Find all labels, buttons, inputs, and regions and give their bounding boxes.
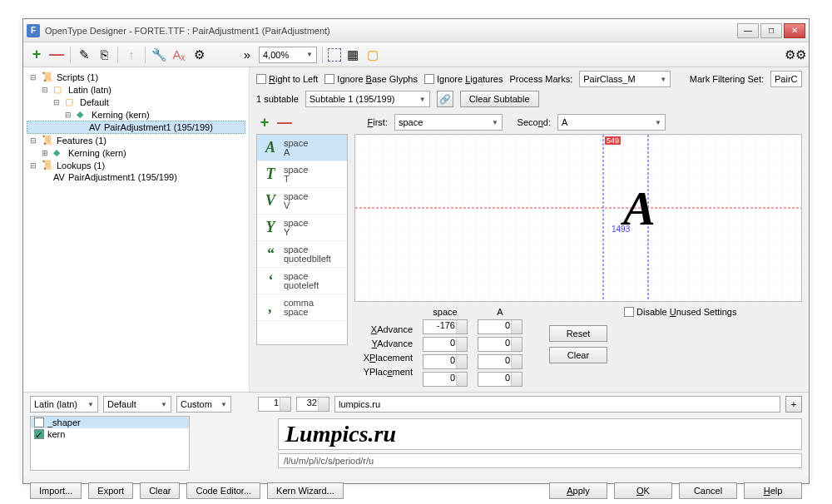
- code-editor-button[interactable]: Code Editor...: [186, 482, 260, 499]
- feature-list[interactable]: _shaper ✓kern: [30, 416, 190, 471]
- xpl2-spinner[interactable]: 0: [478, 354, 522, 369]
- mark-filter-combo[interactable]: PairC: [770, 71, 802, 87]
- pair-row[interactable]: AspaceA: [257, 135, 347, 161]
- main-window: F OpenType Designer - FORTE.TTF : PairAd…: [22, 18, 810, 484]
- bottom-panel: Latin (latn)▼ Default▼ Custom▼ 1 32 + _s…: [23, 392, 809, 477]
- grid1-icon[interactable]: [328, 48, 341, 62]
- rtl-checkbox[interactable]: Right to Left: [256, 74, 318, 84]
- remove-icon[interactable]: —: [48, 47, 65, 63]
- xadv1-spinner[interactable]: -176: [423, 319, 468, 334]
- sample-add-button[interactable]: +: [785, 396, 802, 413]
- yadv2-spinner[interactable]: 0: [478, 337, 522, 352]
- clear-subtable-button[interactable]: Clear Subtable: [460, 91, 539, 107]
- apply-button[interactable]: Apply: [549, 482, 607, 499]
- maximize-button[interactable]: □: [760, 23, 782, 38]
- gear-icon[interactable]: ⚙⚙: [787, 47, 804, 63]
- process-marks-label: Process Marks:: [509, 74, 572, 84]
- clear-button[interactable]: Clear: [140, 482, 180, 499]
- pair-row[interactable]: ‘spacequoteleft: [257, 268, 347, 294]
- clear-metrics-button[interactable]: Clear: [549, 347, 607, 363]
- toolbar: + — ✎ ⎘ ↑ 🔧 Aᵪ ⚙ » 4,00%▼ ▦ ▢ ⚙⚙: [23, 42, 809, 67]
- tree-features[interactable]: ⊟📜Features (1): [27, 134, 245, 146]
- grid2-icon[interactable]: ▦: [344, 47, 361, 63]
- xadv2-spinner[interactable]: 0: [478, 319, 522, 334]
- ignore-base-checkbox[interactable]: Ignore Base Glyphs: [324, 74, 418, 84]
- metric-2: 1493: [612, 225, 630, 234]
- script-combo[interactable]: Latin (latn)▼: [30, 396, 98, 413]
- cancel-button[interactable]: Cancel: [679, 482, 737, 499]
- svg-rect-0: [355, 135, 801, 301]
- page-icon[interactable]: ▢: [364, 47, 381, 63]
- close-button[interactable]: ✕: [784, 23, 805, 38]
- tool2-icon[interactable]: Aᵪ: [171, 47, 187, 63]
- tree-panel: ⊟📜Scripts (1) ⊟▢Latin (latn) ⊟▢Default ⊟…: [23, 67, 250, 392]
- first-label: First:: [354, 117, 388, 127]
- minimize-button[interactable]: —: [737, 23, 759, 38]
- tree-kerning[interactable]: ⊟◆Kerning (kern): [27, 108, 245, 121]
- metric-1: 549: [605, 136, 621, 145]
- decomposition: /l/u/m/p/i/c/s/period/r/u: [278, 453, 802, 468]
- tree-kern-feature[interactable]: ⊞◆Kerning (kern): [27, 146, 245, 159]
- footer: Import... Export Clear Code Editor... Ke…: [23, 477, 809, 504]
- reset-button[interactable]: Reset: [549, 325, 607, 342]
- tool1-icon[interactable]: 🔧: [151, 47, 167, 63]
- tree-pair-lookup[interactable]: AVPairAdjustment1 (195/199): [27, 171, 245, 183]
- export-button[interactable]: Export: [88, 482, 133, 499]
- disable-unused-checkbox[interactable]: Disable Unused Settings: [624, 307, 736, 317]
- second-combo[interactable]: A▼: [557, 114, 666, 131]
- sp2-spinner[interactable]: 32: [296, 397, 329, 412]
- tree-default[interactable]: ⊟▢Default: [27, 96, 245, 108]
- second-label: Second:: [509, 117, 551, 127]
- window-title: OpenType Designer - FORTE.TTF : PairAdju…: [45, 26, 737, 36]
- ignore-lig-checkbox[interactable]: Ignore Ligatures: [424, 74, 503, 84]
- help-button[interactable]: Help: [744, 482, 802, 499]
- subtable-count: 1 subtable: [256, 94, 299, 104]
- link-button[interactable]: 🔗: [437, 91, 453, 107]
- overflow-icon[interactable]: »: [239, 47, 255, 63]
- pair-list[interactable]: AspaceA TspaceT VspaceV YspaceY “spacequ…: [256, 134, 348, 345]
- sp1-spinner[interactable]: 1: [258, 397, 291, 412]
- list-item[interactable]: _shaper: [31, 417, 189, 428]
- xpl1-spinner[interactable]: 0: [423, 354, 468, 369]
- pair-add-icon[interactable]: +: [256, 114, 273, 131]
- pair-row[interactable]: “spacequotedblleft: [257, 241, 347, 268]
- metrics-panel: XAdvance YAdvance XPlacement YPlacement …: [354, 302, 802, 392]
- up-icon[interactable]: ↑: [123, 47, 140, 63]
- lang-combo[interactable]: Default▼: [103, 396, 171, 413]
- copy-icon[interactable]: ⎘: [96, 47, 112, 63]
- add-icon[interactable]: +: [28, 47, 45, 63]
- mode-combo[interactable]: Custom▼: [176, 396, 231, 413]
- sample-input[interactable]: [334, 396, 780, 413]
- import-button[interactable]: Import...: [30, 482, 82, 499]
- subtable-combo[interactable]: Subtable 1 (195/199)▼: [305, 91, 430, 107]
- tool3-icon[interactable]: ⚙: [191, 47, 207, 63]
- process-marks-combo[interactable]: PairClass_M▼: [579, 71, 671, 87]
- glyph-preview-canvas[interactable]: 549 A 1493: [354, 134, 802, 302]
- list-item[interactable]: ✓kern: [31, 428, 189, 440]
- preview-text: Lumpics.ru: [278, 418, 802, 450]
- ypl2-spinner[interactable]: 0: [478, 372, 522, 387]
- pair-row[interactable]: YspaceY: [257, 215, 347, 241]
- tree-latin[interactable]: ⊟▢Latin (latn): [27, 83, 245, 96]
- zoom-combo[interactable]: 4,00%▼: [259, 47, 317, 63]
- ok-button[interactable]: OK: [614, 482, 672, 499]
- tree-scripts[interactable]: ⊟📜Scripts (1): [27, 71, 245, 83]
- titlebar: F OpenType Designer - FORTE.TTF : PairAd…: [23, 19, 809, 42]
- tree-pair-adjustment[interactable]: AVPairAdjustment1 (195/199): [27, 121, 245, 134]
- yadv1-spinner[interactable]: 0: [423, 337, 468, 352]
- tree-lookups[interactable]: ⊟📜Lookups (1): [27, 159, 245, 171]
- ypl1-spinner[interactable]: 0: [423, 372, 468, 387]
- edit-icon[interactable]: ✎: [76, 47, 92, 63]
- pair-row[interactable]: TspaceT: [257, 161, 347, 188]
- pair-remove-icon[interactable]: —: [276, 114, 293, 131]
- mark-filter-label: Mark Filtering Set:: [690, 74, 764, 84]
- kern-wizard-button[interactable]: Kern Wizard...: [267, 482, 344, 499]
- first-combo[interactable]: space▼: [394, 114, 503, 131]
- pair-row[interactable]: ,commaspace: [257, 294, 347, 321]
- app-icon: F: [27, 24, 40, 37]
- pair-row[interactable]: VspaceV: [257, 188, 347, 215]
